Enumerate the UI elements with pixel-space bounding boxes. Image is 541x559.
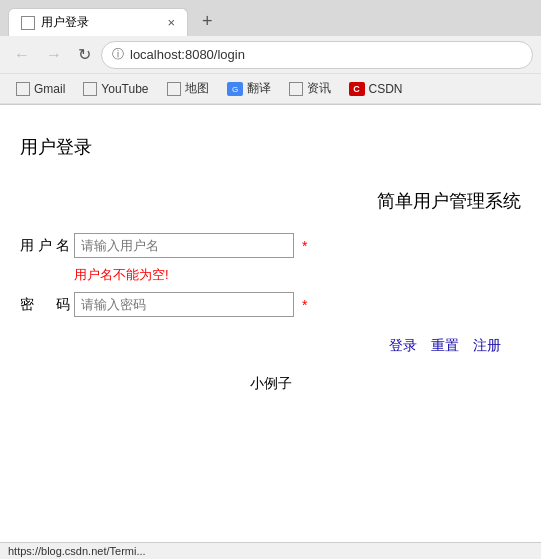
forward-button[interactable]: → <box>40 43 68 67</box>
refresh-button[interactable]: ↻ <box>72 43 97 67</box>
bookmark-youtube-label: YouTube <box>101 82 148 96</box>
bookmark-maps-label: 地图 <box>185 80 209 97</box>
username-label: 用户名 <box>20 237 70 255</box>
page-title: 用户登录 <box>20 135 521 159</box>
gmail-page-icon <box>16 82 30 96</box>
password-required-star: * <box>302 297 307 313</box>
active-tab[interactable]: 用户登录 × <box>8 8 188 36</box>
csdn-icon: C <box>349 82 365 96</box>
news-page-icon <box>289 82 303 96</box>
new-tab-button[interactable]: + <box>192 8 223 34</box>
bookmark-maps[interactable]: 地图 <box>159 78 217 99</box>
username-error: 用户名不能为空! <box>74 266 521 284</box>
page-content: 用户登录 简单用户管理系统 用户名 * 用户名不能为空! 密 码 * 登录 重置… <box>0 105 541 505</box>
bookmark-gmail[interactable]: Gmail <box>8 80 73 98</box>
back-button[interactable]: ← <box>8 43 36 67</box>
form-actions: 登录 重置 注册 <box>20 337 501 355</box>
bookmark-news-label: 资讯 <box>307 80 331 97</box>
bookmark-translate-label: 翻译 <box>247 80 271 97</box>
tab-page-icon <box>21 16 35 30</box>
youtube-page-icon <box>83 82 97 96</box>
tab-bar: 用户登录 × + <box>0 0 541 36</box>
password-label: 密 码 <box>20 296 70 314</box>
username-input[interactable] <box>74 233 294 258</box>
tab-title: 用户登录 <box>41 14 89 31</box>
address-bar-container: ⓘ <box>101 41 533 69</box>
address-input[interactable] <box>130 47 522 62</box>
browser-chrome: 用户登录 × + ← → ↻ ⓘ Gmail YouTube 地图 <box>0 0 541 105</box>
bookmark-csdn[interactable]: C CSDN <box>341 80 411 98</box>
bookmark-news[interactable]: 资讯 <box>281 78 339 99</box>
translate-icon: G <box>227 82 243 96</box>
nav-bar: ← → ↻ ⓘ <box>0 36 541 74</box>
bookmarks-bar: Gmail YouTube 地图 G 翻译 资讯 C CSDN <box>0 74 541 104</box>
reset-link[interactable]: 重置 <box>431 337 459 353</box>
login-form: 用户名 * 用户名不能为空! 密 码 * 登录 重置 注册 <box>20 233 521 355</box>
svg-text:G: G <box>231 85 237 94</box>
password-input[interactable] <box>74 292 294 317</box>
tab-close-button[interactable]: × <box>167 16 175 29</box>
security-icon: ⓘ <box>112 46 124 63</box>
bookmark-translate[interactable]: G 翻译 <box>219 78 279 99</box>
maps-page-icon <box>167 82 181 96</box>
login-link[interactable]: 登录 <box>389 337 417 353</box>
username-required-star: * <box>302 238 307 254</box>
register-link[interactable]: 注册 <box>473 337 501 353</box>
bookmark-youtube[interactable]: YouTube <box>75 80 156 98</box>
username-row: 用户名 * <box>20 233 521 258</box>
footer-note: 小例子 <box>20 375 521 393</box>
bookmark-csdn-label: CSDN <box>369 82 403 96</box>
system-title: 简单用户管理系统 <box>20 189 521 213</box>
bookmark-gmail-label: Gmail <box>34 82 65 96</box>
password-row: 密 码 * <box>20 292 521 317</box>
